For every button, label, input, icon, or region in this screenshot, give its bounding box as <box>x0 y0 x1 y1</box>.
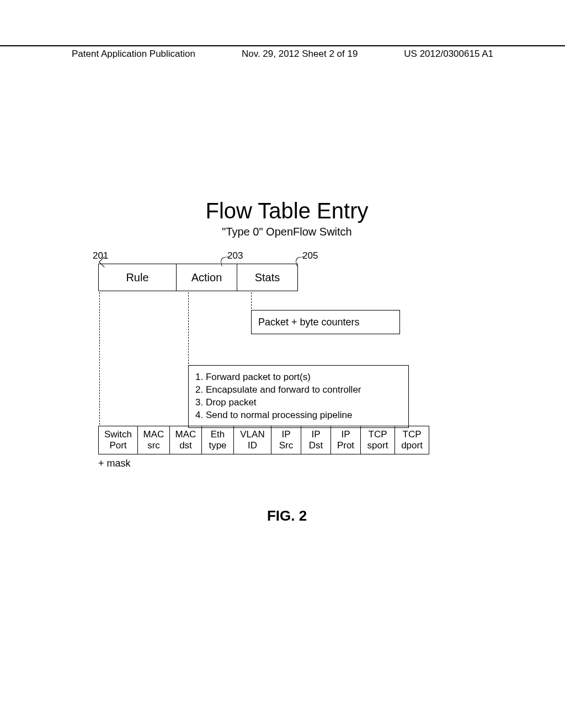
action-cell: Action <box>176 264 237 291</box>
action-line-2: 2. Encapsulate and forward to controller <box>195 384 402 397</box>
field-l2: dst <box>179 440 192 451</box>
header-mid: Nov. 29, 2012 Sheet 2 of 19 <box>242 49 358 60</box>
field-l1: TCP <box>403 429 422 440</box>
rule-cell: Rule <box>99 264 176 291</box>
field-l1: Switch <box>104 429 132 440</box>
action-detail-box: 1. Forward packet to port(s) 2. Encapsul… <box>188 365 409 428</box>
field-switch-port: Switch Port <box>99 426 137 454</box>
field-ip-src: IP Src <box>271 426 301 454</box>
field-l2: Port <box>109 440 126 451</box>
field-l2: src <box>147 440 160 451</box>
action-line-1: 1. Forward packet to port(s) <box>195 371 402 384</box>
field-l1: Eth <box>211 429 225 440</box>
header-right: US 2012/0300615 A1 <box>404 49 493 60</box>
field-l1: IP <box>311 429 320 440</box>
stats-cell: Stats <box>237 264 297 291</box>
action-line-4: 4. Send to normal processing pipeline <box>195 409 402 422</box>
field-l1: MAC <box>175 429 196 440</box>
dash-rule <box>99 292 100 425</box>
field-l2: Src <box>279 440 294 451</box>
flow-table-diagram: Flow Table Entry "Type 0" OpenFlow Switc… <box>88 199 486 238</box>
field-tcp-sport: TCP sport <box>360 426 395 454</box>
field-l2: sport <box>367 440 388 451</box>
field-mac-src: MAC src <box>137 426 169 454</box>
field-l1: IP <box>281 429 290 440</box>
stats-detail-text: Packet + byte counters <box>258 317 360 328</box>
diagram-subtitle: "Type 0" OpenFlow Switch <box>88 226 486 238</box>
ref-203: 203 <box>227 250 243 261</box>
field-l2: ID <box>248 440 257 451</box>
field-eth-type: Eth type <box>201 426 233 454</box>
action-line-3: 3. Drop packet <box>195 397 402 409</box>
field-l2: Dst <box>309 440 323 451</box>
field-l1: MAC <box>143 429 164 440</box>
field-l1: VLAN <box>240 429 264 440</box>
page-header: Patent Application Publication Nov. 29, … <box>0 45 565 60</box>
mask-note: + mask <box>98 458 131 469</box>
field-l1: IP <box>341 429 350 440</box>
entry-structure-row: Rule Action Stats <box>98 264 298 291</box>
field-l2: dport <box>401 440 423 451</box>
field-mac-dst: MAC dst <box>169 426 201 454</box>
field-l1: TCP <box>369 429 387 440</box>
field-l2: type <box>209 440 226 451</box>
field-tcp-dport: TCP dport <box>395 426 429 454</box>
match-fields-row: Switch Port MAC src MAC dst Eth type VLA… <box>98 426 429 454</box>
stats-detail-box: Packet + byte counters <box>251 310 400 334</box>
field-l2: Prot <box>337 440 354 451</box>
dash-stats <box>251 292 252 309</box>
field-vlan-id: VLAN ID <box>233 426 271 454</box>
dash-action <box>188 292 189 364</box>
ref-205: 205 <box>302 250 318 261</box>
field-ip-dst: IP Dst <box>301 426 331 454</box>
figure-label: FIG. 2 <box>88 507 486 524</box>
diagram-title: Flow Table Entry <box>88 199 486 223</box>
field-ip-prot: IP Prot <box>331 426 360 454</box>
header-left: Patent Application Publication <box>72 49 195 60</box>
